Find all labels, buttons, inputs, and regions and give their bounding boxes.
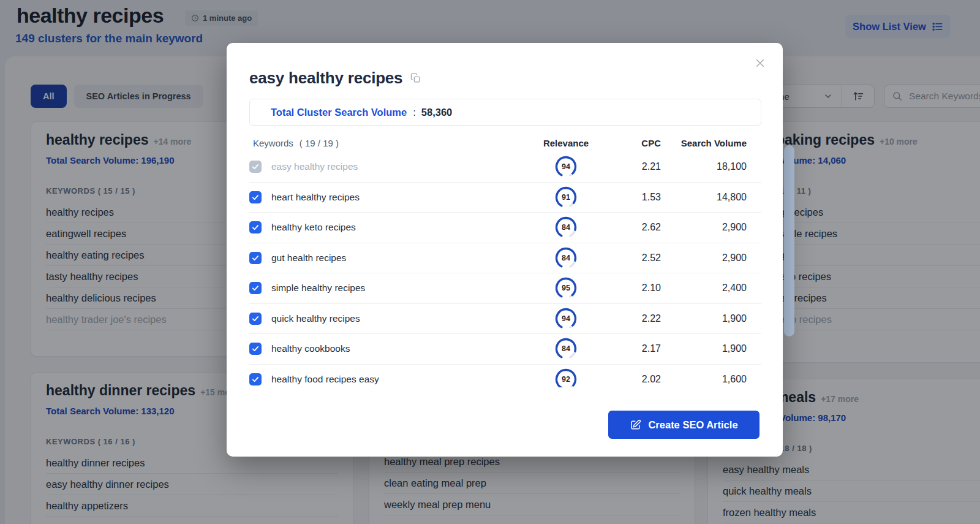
check-icon — [251, 223, 260, 232]
keyword-checkbox[interactable] — [249, 373, 262, 385]
relevance-gauge: 84 — [554, 216, 578, 239]
search-volume-header: Search Volume — [661, 138, 747, 148]
create-seo-article-label: Create SEO Article — [648, 419, 737, 431]
keyword-checkbox[interactable] — [249, 282, 262, 294]
modal-title: easy healthy recipes — [249, 69, 402, 88]
check-icon — [251, 344, 260, 353]
keyword-table-body[interactable]: easy healthy recipes 94 2.21 18,100 hear… — [249, 151, 761, 387]
relevance-header: Relevance — [538, 138, 594, 148]
search-volume-value: 2,400 — [661, 283, 747, 294]
keywords-count: ( 19 / 19 ) — [300, 138, 339, 148]
relevance-value: 84 — [554, 246, 578, 270]
relevance-value: 95 — [554, 276, 578, 300]
keyword-label: gut health recipes — [264, 253, 538, 264]
close-button[interactable] — [752, 55, 768, 71]
keyword-row: simple healthy recipes 95 2.10 2,400 — [249, 273, 761, 303]
keyword-row: healthy cookbooks 84 2.17 1,900 — [249, 333, 761, 364]
total-cluster-volume-box: Total Cluster Search Volume : 58,360 — [249, 99, 761, 126]
keyword-label: healthy food recipes easy — [264, 374, 538, 385]
search-volume-value: 1,900 — [661, 313, 747, 324]
keyword-checkbox[interactable] — [249, 161, 262, 173]
total-volume-value: 58,360 — [421, 107, 452, 118]
close-icon — [755, 58, 766, 69]
relevance-gauge: 94 — [554, 155, 578, 178]
cpc-value: 2.22 — [594, 313, 661, 324]
keyword-checkbox[interactable] — [249, 252, 262, 264]
cpc-header: CPC — [594, 138, 661, 148]
relevance-value: 94 — [554, 155, 578, 178]
relevance-gauge: 95 — [554, 276, 578, 300]
search-volume-value: 14,800 — [661, 192, 747, 203]
app-root: healthy recipes 1 minute ago 149 cluster… — [0, 0, 980, 524]
keyword-checkbox[interactable] — [249, 221, 262, 234]
check-icon — [251, 254, 260, 262]
cpc-value: 2.21 — [594, 161, 661, 172]
cpc-value: 2.17 — [594, 343, 661, 354]
keyword-row: heart healthy recipes 91 1.53 14,800 — [249, 182, 761, 213]
keyword-checkbox[interactable] — [249, 343, 262, 355]
create-seo-article-button[interactable]: Create SEO Article — [608, 411, 760, 439]
keyword-label: healthy cookbooks — [264, 343, 538, 354]
check-icon — [251, 193, 260, 202]
cpc-value: 2.52 — [594, 253, 661, 264]
keyword-label: heart healthy recipes — [264, 192, 538, 203]
keywords-header: Keywords — [253, 138, 293, 148]
keyword-row: gut health recipes 84 2.52 2,900 — [249, 243, 761, 273]
relevance-value: 94 — [554, 307, 578, 330]
relevance-value: 92 — [554, 368, 578, 387]
relevance-gauge: 91 — [554, 186, 578, 209]
keyword-checkbox[interactable] — [249, 191, 262, 203]
edit-icon — [630, 419, 641, 431]
search-volume-value: 2,900 — [661, 222, 747, 233]
relevance-value: 84 — [554, 216, 578, 239]
relevance-value: 84 — [554, 337, 578, 360]
relevance-value: 91 — [554, 186, 578, 209]
copy-icon — [410, 73, 421, 83]
check-icon — [251, 284, 260, 292]
relevance-gauge: 94 — [554, 307, 578, 330]
keyword-label: easy healthy recipes — [264, 161, 538, 172]
keyword-row: healthy keto recipes 84 2.62 2,900 — [249, 212, 761, 243]
keyword-label: quick healthy recipes — [264, 313, 538, 324]
check-icon — [251, 162, 260, 171]
keyword-row: healthy food recipes easy 92 2.02 1,600 — [249, 364, 761, 388]
search-volume-value: 1,900 — [661, 343, 747, 354]
search-volume-value: 18,100 — [661, 161, 747, 172]
cpc-value: 2.02 — [594, 374, 661, 385]
relevance-gauge: 84 — [554, 337, 578, 360]
check-icon — [251, 375, 260, 384]
search-volume-value: 1,600 — [661, 374, 747, 385]
cpc-value: 2.10 — [594, 283, 661, 294]
relevance-gauge: 84 — [554, 246, 578, 270]
keyword-row: quick healthy recipes 94 2.22 1,900 — [249, 303, 761, 334]
check-icon — [251, 314, 260, 323]
keyword-label: healthy keto recipes — [264, 222, 538, 233]
cluster-detail-modal: easy healthy recipes Total Cluster Searc… — [227, 43, 783, 457]
copy-button[interactable] — [410, 73, 421, 83]
search-volume-value: 2,900 — [661, 253, 747, 264]
keyword-label: simple healthy recipes — [264, 283, 538, 294]
keyword-table-header: Keywords ( 19 / 19 ) Relevance CPC Searc… — [249, 134, 761, 151]
keyword-row: easy healthy recipes 94 2.21 18,100 — [249, 151, 761, 182]
keyword-checkbox[interactable] — [249, 313, 262, 325]
total-volume-separator: : — [413, 107, 416, 118]
cpc-value: 1.53 — [594, 192, 661, 203]
cpc-value: 2.62 — [594, 222, 661, 233]
total-volume-label: Total Cluster Search Volume — [271, 107, 407, 118]
relevance-gauge: 92 — [554, 368, 578, 387]
scrollbar-thumb[interactable] — [784, 145, 794, 336]
